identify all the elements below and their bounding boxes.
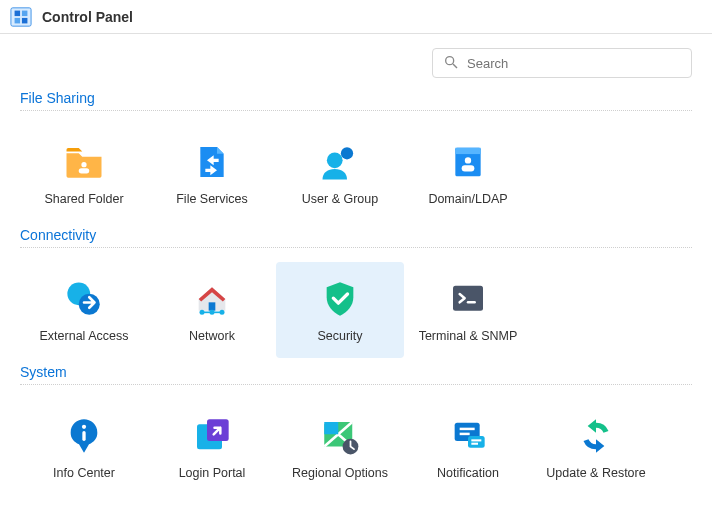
network-icon <box>190 277 234 321</box>
svg-rect-3 <box>15 17 20 22</box>
tile-external-access[interactable]: External Access <box>20 262 148 358</box>
tile-login-portal[interactable]: Login Portal <box>148 399 276 495</box>
terminal-snmp-icon <box>446 277 490 321</box>
shared-folder-icon <box>62 140 106 184</box>
svg-rect-8 <box>79 168 90 173</box>
app-icon <box>10 6 32 28</box>
svg-rect-2 <box>22 10 27 15</box>
section-header-system: System <box>20 358 692 385</box>
tile-label: Notification <box>437 466 499 480</box>
svg-rect-24 <box>82 431 85 441</box>
svg-point-13 <box>465 157 471 163</box>
file-services-icon <box>190 140 234 184</box>
notification-icon <box>446 414 490 458</box>
grid-file-sharing: Shared Folder File Services User & G <box>20 125 692 221</box>
tile-update-restore[interactable]: Update & Restore <box>532 399 660 495</box>
svg-rect-14 <box>462 165 475 171</box>
svg-rect-32 <box>471 439 481 441</box>
tile-terminal-snmp[interactable]: Terminal & SNMP <box>404 262 532 358</box>
svg-rect-17 <box>209 302 216 310</box>
svg-point-5 <box>446 56 454 64</box>
tile-label: External Access <box>40 329 129 343</box>
security-icon <box>318 277 362 321</box>
login-portal-icon <box>190 414 234 458</box>
section-header-connectivity: Connectivity <box>20 221 692 248</box>
tile-label: Login Portal <box>179 466 246 480</box>
svg-rect-29 <box>460 428 475 431</box>
window-title: Control Panel <box>42 9 133 25</box>
svg-rect-12 <box>455 148 480 154</box>
svg-point-7 <box>81 162 86 167</box>
info-center-icon <box>62 414 106 458</box>
tile-regional-options[interactable]: Regional Options <box>276 399 404 495</box>
tile-label: File Services <box>176 192 248 206</box>
tile-label: Network <box>189 329 235 343</box>
tile-label: Regional Options <box>292 466 388 480</box>
tile-shared-folder[interactable]: Shared Folder <box>20 125 148 221</box>
svg-rect-33 <box>471 443 478 445</box>
tile-label: Terminal & SNMP <box>419 329 518 343</box>
tile-info-center[interactable]: Info Center <box>20 399 148 495</box>
svg-rect-21 <box>453 286 483 311</box>
svg-rect-1 <box>15 10 20 15</box>
domain-ldap-icon <box>446 140 490 184</box>
tile-file-services[interactable]: File Services <box>148 125 276 221</box>
content: File Sharing Shared Folder <box>0 84 712 509</box>
user-group-icon <box>318 140 362 184</box>
titlebar: Control Panel <box>0 0 712 34</box>
svg-rect-4 <box>22 17 27 22</box>
tile-notification[interactable]: Notification <box>404 399 532 495</box>
search-box[interactable] <box>432 48 692 78</box>
tile-label: Update & Restore <box>546 466 645 480</box>
tile-label: Shared Folder <box>44 192 123 206</box>
svg-line-6 <box>453 64 457 68</box>
search-icon <box>443 54 459 73</box>
tile-network[interactable]: Network <box>148 262 276 358</box>
grid-connectivity: External Access Network <box>20 262 692 358</box>
svg-point-10 <box>327 152 343 168</box>
tile-label: User & Group <box>302 192 378 206</box>
external-access-icon <box>62 277 106 321</box>
svg-rect-0 <box>11 7 31 25</box>
regional-options-icon <box>318 414 362 458</box>
tile-label: Info Center <box>53 466 115 480</box>
grid-system: Info Center Login Portal <box>20 399 692 495</box>
svg-rect-31 <box>468 436 485 448</box>
search-input[interactable] <box>467 56 681 71</box>
section-header-file-sharing: File Sharing <box>20 84 692 111</box>
tile-user-group[interactable]: User & Group <box>276 125 404 221</box>
searchbar-row <box>0 34 712 84</box>
tile-label: Domain/LDAP <box>428 192 507 206</box>
tile-label: Security <box>317 329 362 343</box>
tile-domain-ldap[interactable]: Domain/LDAP <box>404 125 532 221</box>
svg-point-9 <box>341 147 353 159</box>
update-restore-icon <box>574 414 618 458</box>
svg-rect-30 <box>460 433 470 436</box>
tile-security[interactable]: Security <box>276 262 404 358</box>
svg-point-23 <box>82 425 86 429</box>
